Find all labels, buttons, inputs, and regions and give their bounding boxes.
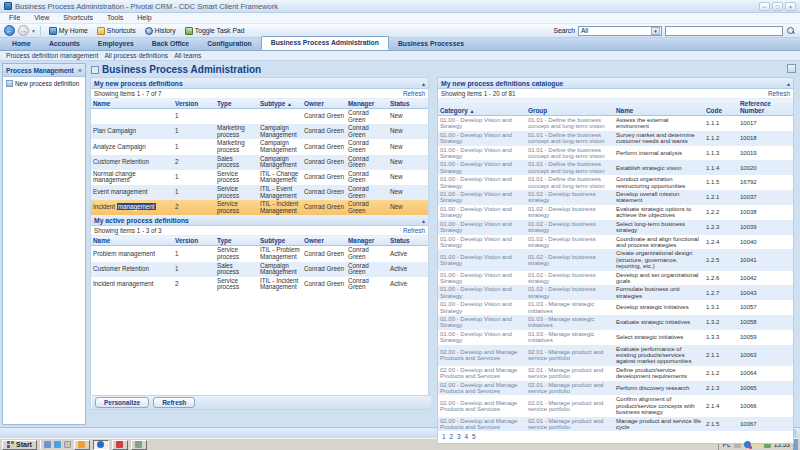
catalogue-row[interactable]: 02.00 - Develop and Manage Products and … [438, 366, 793, 381]
column-header-name[interactable]: Name [91, 236, 173, 246]
page-link[interactable]: 1 [442, 433, 446, 440]
personalize-button[interactable]: Personalize [95, 397, 149, 408]
column-header-owner[interactable]: Owner [302, 236, 346, 246]
column-header-type[interactable]: Type [215, 236, 258, 246]
tray-icon[interactable] [744, 441, 751, 448]
sidebar-item-new-process-definition[interactable]: New process definition [3, 77, 85, 90]
subtab[interactable]: All process definitions [104, 52, 168, 59]
catalogue-row[interactable]: 01.00 - Develop Vision and Strategy 01.0… [438, 116, 793, 131]
close-button[interactable]: × [785, 2, 796, 11]
page-link[interactable]: 2 [450, 433, 454, 440]
refresh-link[interactable]: Refresh [403, 227, 425, 234]
column-header-version[interactable]: Version [173, 99, 215, 109]
column-header-owner[interactable]: Owner [302, 99, 346, 109]
quick-launch-icon[interactable] [64, 441, 71, 448]
catalogue-row[interactable]: 01.00 - Develop Vision and Strategy 01.0… [438, 271, 793, 286]
tab[interactable]: Back Office [143, 38, 198, 50]
menu-item[interactable]: Shortcuts [56, 13, 100, 23]
catalogue-row[interactable]: 02.00 - Develop and Manage Products and … [438, 417, 793, 432]
menu-item[interactable]: File [2, 13, 27, 23]
refresh-link[interactable]: Refresh [768, 90, 790, 97]
process-definition-row[interactable]: Event management 1 Service process ITIL … [91, 185, 428, 200]
catalogue-row[interactable]: 01.00 - Develop Vision and Strategy 01.0… [438, 190, 793, 205]
tab[interactable]: Business Processes [389, 38, 473, 50]
page-link[interactable]: 5 [472, 433, 476, 440]
process-definition-row[interactable]: Analyze Campaign 1 Marketing process Cam… [91, 139, 428, 154]
process-definition-row[interactable]: 1 Conrad Green Conrad Green New [91, 109, 428, 125]
catalogue-row[interactable]: 01.00 - Develop Vision and Strategy 01.0… [438, 160, 793, 175]
tab[interactable]: Business Process Administration [261, 36, 389, 50]
column-header-version[interactable]: Version [173, 236, 215, 246]
history-button[interactable]: History [142, 25, 179, 37]
column-header-status[interactable]: Status [388, 236, 428, 246]
tab[interactable]: Accounts [40, 38, 89, 50]
process-definition-row[interactable]: Problem management 1 Service process ITI… [91, 246, 428, 262]
column-header-status[interactable]: Status [388, 99, 428, 109]
column-header-reference-number[interactable]: Reference Number [738, 99, 793, 116]
search-scope-select[interactable]: All ▾ [578, 26, 662, 36]
process-definition-row[interactable]: Incident management 2 Service process IT… [91, 277, 428, 292]
refresh-button[interactable]: Refresh [153, 397, 195, 408]
minimize-button[interactable]: – [759, 2, 770, 11]
forward-button[interactable]: → [18, 25, 29, 36]
catalogue-row[interactable]: 01.00 - Develop Vision and Strategy 01.0… [438, 235, 793, 250]
catalogue-row[interactable]: 01.00 - Develop Vision and Strategy 01.0… [438, 175, 793, 190]
refresh-link[interactable]: Refresh [403, 90, 425, 97]
menu-item[interactable]: Tools [100, 13, 130, 23]
column-header-code[interactable]: Code [704, 99, 738, 116]
back-button[interactable]: ← [4, 25, 15, 36]
menu-item[interactable]: View [27, 13, 56, 23]
catalogue-row[interactable]: 01.00 - Develop Vision and Strategy 01.0… [438, 205, 793, 220]
toggle-task-pad-button[interactable]: Toggle Task Pad [182, 25, 248, 37]
page-link[interactable]: 3 [457, 433, 461, 440]
subtab[interactable]: Process definition management [6, 52, 98, 59]
taskbar-app-button-active[interactable] [93, 440, 109, 450]
taskbar-app-button[interactable] [131, 440, 147, 450]
catalogue-row[interactable]: 01.00 - Develop Vision and Strategy 01.0… [438, 285, 793, 300]
menu-item[interactable]: Help [130, 13, 158, 23]
catalogue-row[interactable]: 01.00 - Develop Vision and Strategy 01.0… [438, 146, 793, 161]
column-header-name[interactable]: Name [91, 99, 173, 109]
search-input[interactable] [665, 26, 783, 36]
column-header-manager[interactable]: Manager [346, 236, 388, 246]
tab[interactable]: Employees [89, 38, 143, 50]
sidebar-collapse-icon[interactable]: « [78, 67, 82, 74]
taskbar-app-button[interactable] [74, 440, 90, 450]
my-home-button[interactable]: My Home [46, 25, 91, 37]
panel-collapse-icon[interactable]: ▴ [787, 80, 790, 87]
process-definition-row[interactable]: Customer Retention 1 Sales process Campa… [91, 262, 428, 277]
process-definition-row[interactable]: Customer Retention 2 Sales process Campa… [91, 155, 428, 170]
column-header-subtype[interactable]: Subtype ▲ [258, 99, 302, 109]
quick-launch-icon[interactable] [54, 441, 61, 448]
catalogue-row[interactable]: 01.00 - Develop Vision and Strategy 01.0… [438, 131, 793, 146]
column-header-name[interactable]: Name [614, 99, 704, 116]
catalogue-row[interactable]: 02.00 - Develop and Manage Products and … [438, 345, 793, 366]
column-header-subtype[interactable]: Subtype [258, 236, 302, 246]
process-definition-row[interactable]: Incident management 2 Service process IT… [91, 200, 428, 215]
process-definition-row[interactable]: Plan Campaign 1 Marketing process Campai… [91, 124, 428, 139]
start-button[interactable]: Start [2, 440, 37, 450]
process-definition-row[interactable]: Normal change management 1 Service proce… [91, 170, 428, 185]
page-link[interactable]: 4 [465, 433, 469, 440]
restore-button[interactable]: □ [772, 2, 783, 11]
search-icon[interactable] [786, 26, 796, 36]
shortcuts-button[interactable]: Shortcuts [94, 25, 139, 37]
expand-icon[interactable] [787, 64, 796, 73]
taskbar-app-button[interactable] [112, 440, 128, 450]
column-header-manager[interactable]: Manager [346, 99, 388, 109]
panel-collapse-icon[interactable]: ▴ [422, 80, 425, 87]
catalogue-row[interactable]: 01.00 - Develop Vision and Strategy 01.0… [438, 249, 793, 270]
subtab[interactable]: All teams [174, 52, 201, 59]
quick-launch-icon[interactable] [44, 441, 51, 448]
catalogue-row[interactable]: 01.00 - Develop Vision and Strategy 01.0… [438, 315, 793, 330]
catalogue-row[interactable]: 02.00 - Develop and Manage Products and … [438, 395, 793, 416]
tab[interactable]: Home [3, 38, 40, 50]
tab[interactable]: Configuration [198, 38, 261, 50]
column-header-group[interactable]: Group [526, 99, 614, 116]
catalogue-row[interactable]: 01.00 - Develop Vision and Strategy 01.0… [438, 300, 793, 315]
column-header-category[interactable]: Category ▲ [438, 99, 526, 116]
column-header-type[interactable]: Type [215, 99, 258, 109]
catalogue-row[interactable]: 01.00 - Develop Vision and Strategy 01.0… [438, 220, 793, 235]
catalogue-row[interactable]: 02.00 - Develop and Manage Products and … [438, 381, 793, 396]
panel-collapse-icon[interactable]: ▴ [422, 217, 425, 224]
